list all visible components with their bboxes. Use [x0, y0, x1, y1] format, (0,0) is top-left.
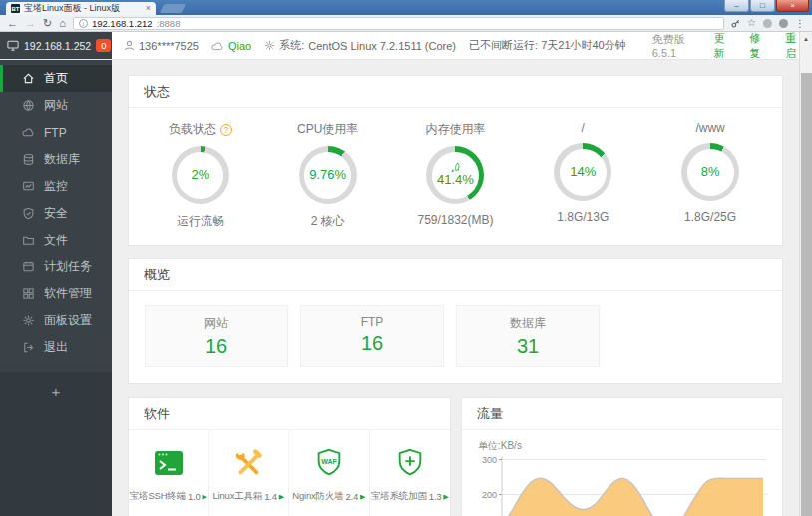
- server-block[interactable]: 192.168.1.252 0: [0, 32, 112, 59]
- disk-root-donut: 14%: [554, 143, 611, 201]
- sidebar-item-files[interactable]: 文件: [0, 227, 112, 254]
- calendar-icon: [22, 260, 35, 273]
- user-icon: [124, 40, 135, 51]
- sidebar-item-monitor[interactable]: 监控: [0, 173, 112, 200]
- forward-icon[interactable]: →: [25, 18, 36, 29]
- reload-icon[interactable]: ↻: [43, 18, 52, 29]
- system-label: 系统:: [279, 38, 304, 53]
- software-item-linux-toolbox[interactable]: Linux工具箱1.4▶: [209, 430, 290, 516]
- software-name: 宝塔SSH终端: [130, 490, 186, 503]
- apps-icon: [22, 287, 35, 300]
- protocol-handler-icon[interactable]: [731, 19, 740, 28]
- address-bar[interactable]: i 192.168.1.212:8888: [73, 17, 724, 30]
- browser-tab[interactable]: BT 宝塔Linux面板 - Linux版 ×: [6, 2, 156, 15]
- new-tab-button[interactable]: [160, 4, 186, 13]
- memory-donut: 41.4%: [426, 146, 484, 204]
- status-panel: 状态 负载状态? 2% 运行流畅 CPU使用率 9.76%: [128, 75, 783, 246]
- home-icon[interactable]: ⌂: [59, 18, 66, 29]
- sidebar-item-database[interactable]: 数据库: [0, 146, 112, 173]
- cloud-account-icon: [211, 41, 224, 51]
- overview-box-sites[interactable]: 网站 16: [145, 305, 288, 367]
- software-version: 1.0: [188, 491, 201, 502]
- extension-icon[interactable]: [763, 19, 772, 28]
- software-item-nginx-firewall[interactable]: WAF Nginx防火墙2.4▶: [289, 430, 370, 516]
- software-panel: 软件 宝塔SSH终端1.0▶ Linux工具箱1.4▶: [128, 397, 451, 516]
- overview-label: FTP: [301, 315, 443, 329]
- play-icon[interactable]: ▶: [360, 493, 365, 501]
- overview-box-ftp[interactable]: FTP 16: [300, 305, 444, 367]
- sidebar-item-ftp[interactable]: FTP: [0, 119, 112, 146]
- gauge-sub: 2 核心: [265, 213, 391, 230]
- gauge-title: /: [582, 121, 585, 135]
- repair-link[interactable]: 修复: [749, 31, 764, 61]
- gauge-memory: 内存使用率 41.4% 759/1832(MB): [392, 121, 518, 230]
- play-icon[interactable]: ▶: [443, 493, 448, 501]
- scrollbar-up-icon[interactable]: ▲: [800, 32, 812, 45]
- svg-text:300: 300: [482, 456, 497, 465]
- sidebar-item-label: 软件管理: [44, 285, 92, 302]
- window-close-button[interactable]: ×: [776, 0, 809, 12]
- sidebar-item-home[interactable]: 首页: [0, 65, 112, 92]
- help-icon[interactable]: ?: [220, 124, 232, 136]
- sidebar-item-website[interactable]: 网站: [0, 92, 112, 119]
- gauge-title: 内存使用率: [425, 121, 485, 138]
- sidebar-item-label: 监控: [44, 178, 68, 195]
- software-version: 1.3: [429, 491, 442, 502]
- play-icon[interactable]: ▶: [203, 493, 207, 501]
- sidebar-item-cron[interactable]: 计划任务: [0, 254, 112, 280]
- extension-icon[interactable]: [779, 19, 788, 28]
- window-maximize-button[interactable]: □: [750, 0, 775, 12]
- software-panel-title: 软件: [129, 398, 450, 430]
- gear-icon: [22, 314, 35, 327]
- window-minimize-button[interactable]: –: [724, 0, 749, 12]
- database-icon: [22, 153, 35, 166]
- overview-panel: 概览 网站 16 FTP 16 数据库 31: [128, 258, 783, 384]
- overview-box-database[interactable]: 数据库 31: [456, 305, 600, 367]
- account-phone[interactable]: 136****7525: [124, 40, 199, 52]
- back-icon[interactable]: ←: [7, 18, 18, 29]
- waf-shield-icon: WAF: [313, 447, 345, 479]
- overview-label: 数据库: [457, 315, 599, 332]
- tab-close-icon[interactable]: ×: [146, 4, 151, 13]
- globe-icon: [22, 99, 35, 112]
- home-icon: [22, 72, 35, 85]
- scrollbar-thumb[interactable]: [801, 73, 812, 516]
- page-info-icon[interactable]: i: [79, 19, 88, 28]
- tools-icon: [232, 448, 264, 478]
- gauge-disk-www: /www 8% 1.8G/25G: [647, 121, 773, 230]
- account-name[interactable]: Qiao: [211, 40, 251, 52]
- software-item-ssh-terminal[interactable]: 宝塔SSH终端1.0▶: [129, 430, 209, 516]
- account-label: Qiao: [228, 40, 251, 52]
- overview-count: 31: [457, 335, 599, 358]
- sidebar-item-label: 数据库: [44, 151, 80, 168]
- gauge-value: 8%: [701, 165, 720, 179]
- play-icon[interactable]: ▶: [279, 493, 284, 501]
- gauge-value: 9.76%: [309, 168, 346, 182]
- svg-text:200: 200: [482, 490, 497, 500]
- overview-count: 16: [146, 335, 287, 358]
- bookmark-star-icon[interactable]: ☆: [747, 18, 756, 28]
- sidebar-add-button[interactable]: +: [0, 372, 112, 516]
- system-info: 系统: CentOS Linux 7.2.1511 (Core): [264, 38, 456, 53]
- sidebar-item-software[interactable]: 软件管理: [0, 280, 112, 307]
- software-item-system-hardening[interactable]: 宝塔系统加固1.3▶: [370, 430, 451, 516]
- message-count-badge[interactable]: 0: [96, 39, 111, 52]
- browser-menu-icon[interactable]: ⋮: [795, 18, 805, 29]
- update-link[interactable]: 更新: [714, 31, 729, 61]
- url-host: 192.168.1.212: [92, 18, 153, 29]
- sidebar-item-security[interactable]: 安全: [0, 200, 112, 227]
- overview-count: 16: [301, 332, 443, 355]
- sidebar-item-settings[interactable]: 面板设置: [0, 307, 112, 334]
- shield-icon: [22, 207, 35, 220]
- overview-panel-title: 概览: [129, 259, 782, 291]
- page-scrollbar[interactable]: ▲: [799, 32, 812, 516]
- sidebar-item-label: 首页: [44, 70, 68, 87]
- phone-number: 136****7525: [139, 40, 199, 52]
- restart-link[interactable]: 重启: [785, 31, 800, 61]
- logout-icon: [22, 341, 35, 354]
- software-version: 1.4: [264, 491, 277, 502]
- sidebar-item-logout[interactable]: 退出: [0, 334, 112, 361]
- cpu-donut: 9.76%: [299, 146, 357, 204]
- overview-label: 网站: [146, 315, 287, 332]
- cloud-icon: [22, 126, 35, 139]
